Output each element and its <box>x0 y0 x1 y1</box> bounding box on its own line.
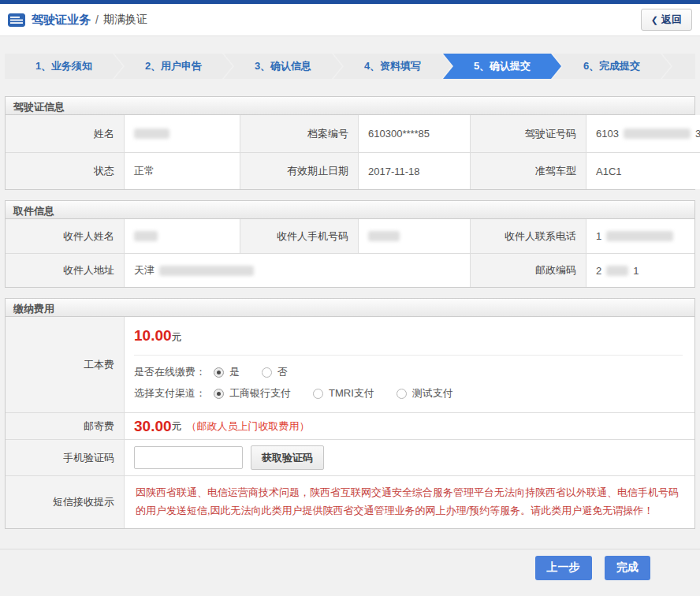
license-no-label: 驾驶证号码 <box>470 115 586 152</box>
radio-no-label: 否 <box>277 365 288 379</box>
name-label: 姓名 <box>6 115 124 152</box>
finish-button[interactable]: 完成 <box>605 556 650 580</box>
card-fee-cell: 10.00元 是否在线缴费： 是 否 选择支付渠道： 工商银行支付 <box>124 317 694 412</box>
license-no-suffix: 3163X <box>695 128 700 140</box>
payment-section: 缴纳费用 工本费 10.00元 是否在线缴费： 是 否 选择支付渠道： <box>5 298 695 529</box>
step-6-complete: 6、完成提交 <box>553 54 671 79</box>
sms-tip-cell: 因陕西省联通、电信运营商技术问题，陕西省互联网交通安全综合服务管理平台无法向持陕… <box>124 475 694 528</box>
page-title: 驾驶证业务 <box>32 13 91 28</box>
card-fee-label: 工本费 <box>6 317 124 412</box>
step-2-declaration: 2、用户申告 <box>114 54 233 79</box>
step-1-notice: 1、业务须知 <box>5 54 123 79</box>
vehicle-class-value: A1C1 <box>586 152 700 189</box>
recipient-address-prefix: 天津 <box>134 263 155 278</box>
license-no-value: 6103 3163X <box>586 115 700 152</box>
postage-amount: 30.00 <box>134 418 172 435</box>
postage-label: 邮寄费 <box>6 412 124 439</box>
radio-checked-icon <box>214 389 224 399</box>
expiry-label: 有效期止日期 <box>240 152 358 189</box>
expiry-value: 2017-11-18 <box>358 152 470 189</box>
back-button[interactable]: ❮ 返回 <box>641 9 692 31</box>
redacted-name <box>134 129 169 139</box>
postal-code-suffix: 1 <box>633 265 639 277</box>
pay-channel-question: 选择支付渠道： <box>134 386 206 400</box>
radio-option-yes[interactable]: 是 <box>214 365 240 379</box>
sms-tip-text: 因陕西省联通、电信运营商技术问题，陕西省互联网交通安全综合服务管理平台无法向持陕… <box>125 476 694 528</box>
sms-code-label: 手机验证码 <box>6 439 124 475</box>
license-info-title: 驾驶证信息 <box>6 97 694 115</box>
license-info-table: 姓名 档案编号 610300****85 驾驶证号码 6103 3163X 状态… <box>6 115 694 189</box>
postage-note: （邮政人员上门收取费用） <box>187 419 310 434</box>
postal-code-prefix: 2 <box>596 265 601 277</box>
sms-code-cell: 获取验证码 <box>124 439 694 475</box>
card-fee-amount: 10.00 <box>134 327 172 344</box>
page-header: 驾驶证业务 / 期满换证 ❮ 返回 <box>0 4 700 36</box>
postage-unit: 元 <box>172 419 182 434</box>
recipient-name-label: 收件人姓名 <box>6 219 124 253</box>
pickup-info-table: 收件人姓名 收件人手机号码 收件人联系电话 1 收件人地址 天津 邮政编码 2 … <box>6 219 694 287</box>
radio-yes-label: 是 <box>229 365 240 379</box>
radio-option-icbc[interactable]: 工商银行支付 <box>214 386 291 400</box>
fee-divider <box>134 355 683 356</box>
radio-option-tmri[interactable]: TMRI支付 <box>313 386 374 400</box>
radio-option-test[interactable]: 测试支付 <box>397 386 453 400</box>
online-pay-question: 是否在线缴费： <box>134 365 206 379</box>
radio-option-no[interactable]: 否 <box>262 365 288 379</box>
breadcrumb-current: 期满换证 <box>103 13 147 27</box>
postage-cell: 30.00元 （邮政人员上门收取费用） <box>124 412 694 439</box>
payment-title: 缴纳费用 <box>6 299 694 317</box>
radio-icbc-label: 工商银行支付 <box>229 386 291 400</box>
radio-unchecked-icon <box>262 367 272 378</box>
file-no-value: 610300****85 <box>358 115 470 152</box>
radio-unchecked-icon <box>313 389 323 399</box>
wizard-steps: 1、业务须知 2、用户申告 3、确认信息 4、资料填写 5、确认提交 6、完成提… <box>5 54 695 79</box>
sms-code-input[interactable] <box>134 446 243 469</box>
breadcrumb-separator: / <box>95 13 99 26</box>
footer-actions: 上一步 完成 <box>0 549 700 580</box>
vehicle-class-label: 准驾车型 <box>470 152 586 189</box>
license-no-prefix: 6103 <box>596 128 619 140</box>
redacted-recipient-phone <box>606 231 673 241</box>
back-arrow-icon: ❮ <box>651 15 658 25</box>
radio-tmri-label: TMRI支付 <box>329 386 374 400</box>
pickup-info-section: 取件信息 收件人姓名 收件人手机号码 收件人联系电话 1 收件人地址 天津 邮政… <box>5 200 695 288</box>
back-button-label: 返回 <box>661 13 682 27</box>
pay-channel-row: 选择支付渠道： 工商银行支付 TMRI支付 测试支付 <box>134 386 683 400</box>
redacted-postal-code <box>606 266 628 276</box>
postal-code-value: 2 1 <box>586 253 694 287</box>
radio-test-label: 测试支付 <box>412 386 453 400</box>
recipient-mobile-label: 收件人手机号码 <box>240 219 358 253</box>
recipient-address-value: 天津 <box>124 253 470 287</box>
online-pay-row: 是否在线缴费： 是 否 <box>134 365 683 379</box>
redacted-license-no <box>624 129 691 139</box>
recipient-phone-label: 收件人联系电话 <box>470 219 586 253</box>
card-fee-unit: 元 <box>172 331 182 343</box>
postal-code-label: 邮政编码 <box>470 253 586 287</box>
redacted-recipient-address <box>159 266 254 276</box>
payment-table: 工本费 10.00元 是否在线缴费： 是 否 选择支付渠道： <box>6 317 694 528</box>
step-4-fill-data: 4、资料填写 <box>333 54 452 79</box>
document-list-icon <box>8 13 25 27</box>
recipient-name-value <box>124 219 240 253</box>
status-value: 正常 <box>124 152 240 189</box>
pickup-info-title: 取件信息 <box>6 201 694 219</box>
step-3-confirm-info: 3、确认信息 <box>224 54 342 79</box>
radio-checked-icon <box>214 367 224 378</box>
radio-unchecked-icon <box>397 389 407 399</box>
card-fee-amount-line: 10.00元 <box>134 327 683 345</box>
license-info-section: 驾驶证信息 姓名 档案编号 610300****85 驾驶证号码 6103 31… <box>5 96 695 190</box>
previous-step-button[interactable]: 上一步 <box>535 556 592 580</box>
sms-tip-label: 短信接收提示 <box>6 475 124 528</box>
status-label: 状态 <box>6 152 124 189</box>
get-code-button[interactable]: 获取验证码 <box>251 445 324 470</box>
name-value <box>124 115 240 152</box>
step-5-confirm-submit: 5、确认提交 <box>443 54 561 79</box>
recipient-phone-prefix: 1 <box>596 230 601 242</box>
file-no-label: 档案编号 <box>240 115 358 152</box>
redacted-recipient-mobile <box>368 231 400 241</box>
redacted-recipient-name <box>134 231 158 241</box>
recipient-address-label: 收件人地址 <box>6 253 124 287</box>
recipient-phone-value: 1 <box>586 219 694 253</box>
recipient-mobile-value <box>358 219 470 253</box>
